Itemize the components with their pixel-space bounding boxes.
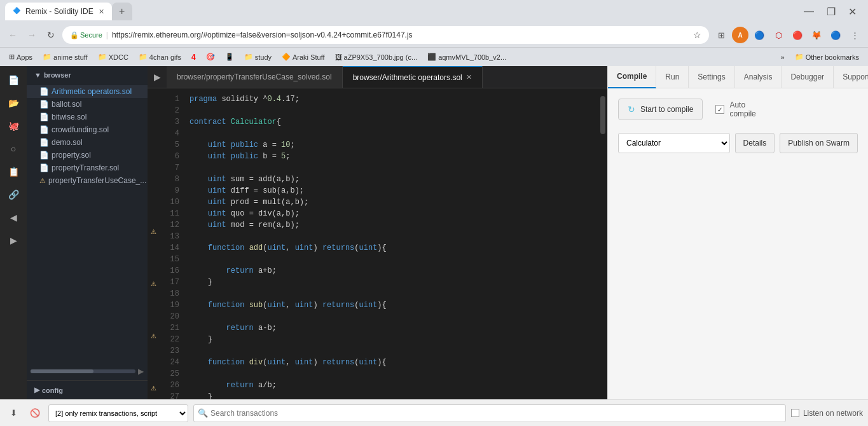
url-display: https://remix.ethereum.org/#optimize=fal… [112, 31, 689, 39]
warning-gutter: ⚠ ⚠ ⚠ ⚠ [148, 88, 159, 399]
editor-tab-solved[interactable]: browser/propertyTransferUseCase_solved.s… [167, 66, 343, 88]
title-bar: 🔷 Remix - Solidity IDE ✕ + — ❐ ✕ [0, 0, 868, 23]
browser-tab-active[interactable]: 🔷 Remix - Solidity IDE ✕ [5, 3, 112, 20]
bookmark-xdcc[interactable]: 📁 XDCC [94, 52, 132, 62]
editor-tab-strip: ▶ browser/propertyTransferUseCase_solved… [148, 66, 607, 88]
refresh-icon: ↻ [628, 104, 635, 114]
editor-tab-close[interactable]: ✕ [466, 73, 472, 81]
forward-button[interactable]: → [24, 27, 39, 43]
file-demo[interactable]: 📄 demo.sol [27, 136, 148, 149]
contract-select[interactable]: Calculator [618, 133, 730, 153]
nav-right-icon[interactable]: ▶ [4, 231, 22, 249]
scroll-down-icon[interactable]: ⬇ [5, 405, 22, 422]
profile-icon[interactable]: A [732, 27, 748, 43]
chevron-down-icon: ▼ [34, 71, 41, 79]
open-icon[interactable]: 📂 [4, 94, 22, 112]
bookmark-screenshot[interactable]: 🖼 aZP9X53_700b.jpg (c... [331, 52, 422, 62]
chevron-right-icon: » [781, 53, 785, 61]
listen-network-checkbox[interactable] [791, 409, 799, 417]
addon3-icon[interactable]: 🔵 [827, 27, 844, 43]
editor-scrollbar[interactable] [598, 88, 607, 399]
bookmark-star[interactable]: ☆ [693, 30, 701, 40]
icon2: 📱 [225, 53, 234, 61]
tab-bar: 🔷 Remix - Solidity IDE ✕ + [5, 3, 800, 20]
file-icon: 📄 [39, 138, 49, 147]
sidebar-config-header[interactable]: ▶ config [27, 380, 148, 399]
start-compile-button[interactable]: ↻ Start to compile [618, 99, 703, 120]
lastpass-icon[interactable]: ⬡ [770, 27, 787, 43]
editor-tab-arithmetic[interactable]: browser/Arithmetic operators.sol ✕ [343, 66, 483, 88]
file-property-transfer-usecase[interactable]: ⚠ propertyTransferUseCase_... [27, 174, 148, 187]
bottom-bar: ⬇ 🚫 [2] only remix transactions, script … [0, 399, 868, 426]
code-editor: ▶ browser/propertyTransferUseCase_solved… [148, 66, 607, 399]
refresh-button[interactable]: ↻ [43, 27, 59, 43]
transaction-filter[interactable]: [2] only remix transactions, script [48, 404, 188, 422]
chan-logo: 4 [191, 53, 196, 62]
bookmark-4chan[interactable]: 📁 4chan gifs [135, 52, 185, 62]
file-tree: 📄 Arithmetic operators.sol 📄 ballot.sol … [27, 84, 148, 365]
extensions-icon[interactable]: ⊞ [713, 27, 729, 43]
maximize-button[interactable]: ❐ [823, 4, 839, 19]
bookmark-araki[interactable]: 🔶 Araki Stuff [278, 52, 329, 62]
tab-favicon: 🔷 [13, 7, 22, 16]
sync-icon[interactable]: 🔵 [751, 27, 768, 43]
tab-overflow-left[interactable]: ▶ [148, 66, 167, 88]
sidebar-scrollbar: ▶ [27, 365, 148, 378]
addon2-icon[interactable]: 🦊 [808, 27, 825, 43]
bookmark-various2[interactable]: 📱 [221, 52, 238, 62]
address-input[interactable]: 🔒 Secure | https://remix.ethereum.org/#o… [62, 26, 709, 44]
right-panel: Compile Run Settings Analysis Debugger S… [607, 66, 868, 399]
tab-compile[interactable]: Compile [608, 66, 656, 88]
tab-close-button[interactable]: ✕ [99, 8, 104, 16]
bookmark-anime[interactable]: 📁 anime stuff [39, 52, 92, 62]
bookmark-other[interactable]: 📁 Other bookmarks [791, 52, 863, 62]
close-button[interactable]: ✕ [844, 4, 860, 19]
tab-analysis[interactable]: Analysis [735, 66, 782, 88]
tab-title: Remix - Solidity IDE [25, 7, 93, 16]
warn-line24: ⚠ [148, 331, 159, 342]
tab-run[interactable]: Run [656, 66, 689, 88]
more-icon[interactable]: ⋮ [846, 27, 863, 43]
more-bookmarks[interactable]: » [777, 52, 789, 62]
warning-icon: ⚠ [39, 177, 46, 185]
scroll-thumb-v[interactable] [600, 96, 605, 134]
github-icon[interactable]: 🐙 [4, 117, 22, 135]
bookmark-various1[interactable]: 🎯 [202, 52, 219, 62]
sidebar-browser-header[interactable]: ▼ browser [27, 66, 148, 84]
listen-network: Listen on network [791, 409, 863, 418]
browser-tab-new[interactable]: + [112, 3, 132, 20]
clear-icon[interactable]: 🚫 [27, 405, 43, 422]
tab-debugger[interactable]: Debugger [782, 66, 834, 88]
bookmark-4chan-icon[interactable]: 4 [188, 52, 200, 63]
scroll-right-btn[interactable]: ▶ [138, 367, 144, 376]
gist-icon[interactable]: ○ [4, 140, 22, 158]
scroll-track [31, 369, 135, 373]
back-button[interactable]: ← [5, 27, 20, 43]
code-content[interactable]: pragma solidity ^0.4.17; contract Calcul… [184, 88, 598, 399]
file-crowdfunding[interactable]: 📄 crowdfunding.sol [27, 123, 148, 136]
file-ballot[interactable]: 📄 ballot.sol [27, 98, 148, 111]
new-tab-icon: + [119, 6, 125, 17]
link-icon[interactable]: 🔗 [4, 186, 22, 203]
bookmark-aq[interactable]: ⬛ aqmvMVL_700b_v2... [424, 52, 510, 62]
nav-left-icon[interactable]: ◀ [4, 209, 22, 226]
bookmark-study[interactable]: 📁 study [240, 52, 275, 62]
file-bitwise[interactable]: 📄 bitwise.sol [27, 111, 148, 123]
new-file-icon[interactable]: 📄 [4, 71, 22, 89]
file-property-transfer[interactable]: 📄 propertyTransfer.sol [27, 161, 148, 174]
publish-swarm-button[interactable]: Publish on Swarm [780, 133, 858, 153]
file-property[interactable]: 📄 property.sol [27, 149, 148, 161]
search-input[interactable] [210, 409, 782, 418]
details-button[interactable]: Details [735, 133, 775, 153]
auto-compile-checkbox[interactable] [715, 105, 724, 114]
copy-icon[interactable]: 📋 [4, 163, 22, 181]
tab-support[interactable]: Support [834, 66, 868, 88]
right-panel-tabs: Compile Run Settings Analysis Debugger S… [608, 66, 868, 88]
file-arithmetic[interactable]: 📄 Arithmetic operators.sol [27, 85, 148, 98]
minimize-button[interactable]: — [800, 4, 818, 18]
bookmark-apps[interactable]: ⊞ Apps [5, 52, 36, 62]
addon1-icon[interactable]: 🔴 [789, 27, 806, 43]
chevron-right-icon: ▶ [34, 386, 39, 394]
tab-settings[interactable]: Settings [689, 66, 734, 88]
folder-icon: 📁 [244, 53, 253, 61]
